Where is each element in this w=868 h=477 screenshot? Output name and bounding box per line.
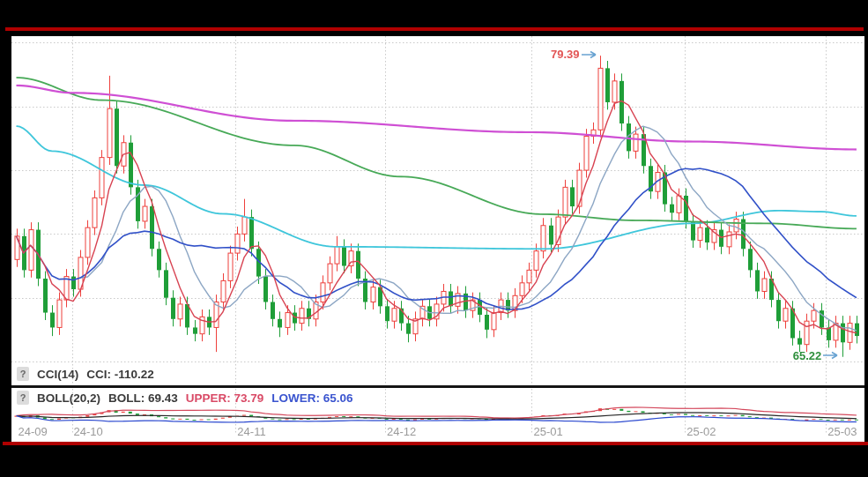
help-icon[interactable]: ? <box>17 391 29 405</box>
annotation-low-label: 65.22 <box>793 349 822 362</box>
app-window: 79.39 65.22 ? CCI(14) CCI: -110.22 ? BOL… <box>0 0 868 477</box>
x-axis-label: 24-12 <box>387 425 416 438</box>
annotation-arrow-right-icon <box>822 351 840 360</box>
boll-lower-value: LOWER: 65.06 <box>271 391 352 405</box>
price-annotation-low: 65.22 <box>793 349 841 362</box>
cci-indicator-row: ? CCI(14) CCI: -110.22 <box>17 363 154 384</box>
x-axis-label: 25-01 <box>533 425 562 438</box>
chart-panel: 79.39 65.22 ? CCI(14) CCI: -110.22 ? BOL… <box>11 36 864 442</box>
panel-splitter[interactable] <box>11 385 864 388</box>
x-axis-row: 24-0924-1024-1124-1225-0125-0225-03 <box>11 425 864 439</box>
annotation-arrow-right-icon <box>581 50 598 59</box>
boll-upper-value: UPPER: 73.79 <box>186 391 264 405</box>
x-axis-label: 24-09 <box>19 425 48 438</box>
boll-indicator-row: ? BOLL(20,2) BOLL: 69.43 UPPER: 73.79 LO… <box>17 389 353 406</box>
x-axis-label: 24-11 <box>237 425 265 438</box>
boll-name: BOLL(20,2) <box>37 391 100 405</box>
help-icon[interactable]: ? <box>17 367 29 381</box>
accent-bar-top <box>5 27 864 31</box>
x-axis-label: 25-02 <box>686 425 716 438</box>
accent-bar-bottom <box>3 442 868 445</box>
boll-mid-value: BOLL: 69.43 <box>108 391 178 405</box>
cci-name: CCI(14) <box>37 368 78 381</box>
price-annotation-high: 79.39 <box>551 48 598 61</box>
x-axis-label: 24-10 <box>74 425 103 438</box>
cci-value: CCI: -110.22 <box>86 368 154 381</box>
annotation-high-label: 79.39 <box>551 48 580 61</box>
x-axis-label: 25-03 <box>827 425 857 438</box>
